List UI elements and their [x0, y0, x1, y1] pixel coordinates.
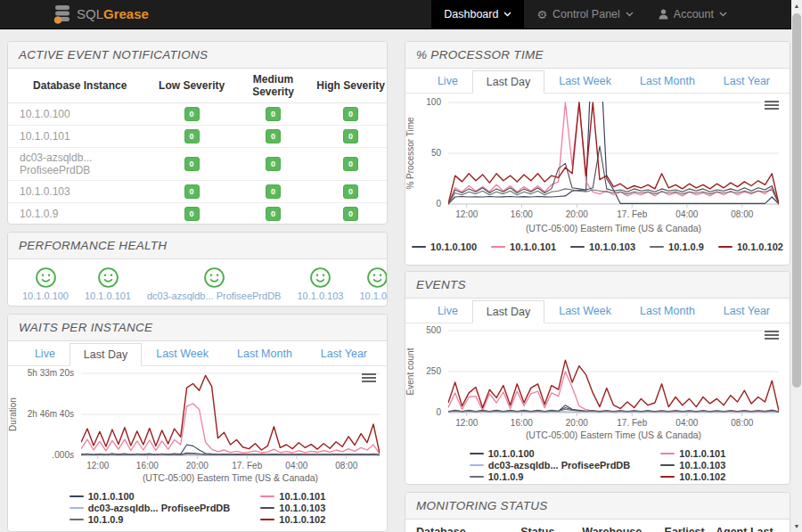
- table-row: 10.1.0.101000: [8, 126, 387, 148]
- severity-count-badge: 0: [343, 107, 358, 121]
- severity-count-badge: 0: [343, 129, 358, 143]
- chart-menu-icon[interactable]: [362, 372, 376, 384]
- svg-text:50: 50: [431, 148, 442, 158]
- events-tabs: LiveLast DayLast WeekLast MonthLast Year: [405, 299, 790, 323]
- panel-title: PERFORMANCE HEALTH: [8, 233, 387, 259]
- scroll-up-arrow[interactable]: ▲: [791, 0, 802, 12]
- legend-swatch: [570, 246, 585, 248]
- page-scrollbar[interactable]: ▲ ▼: [791, 0, 802, 532]
- legend-item[interactable]: 10.1.0.100: [470, 448, 631, 459]
- tab-last-year[interactable]: Last Year: [709, 299, 784, 323]
- health-item: 10.1.0.101: [85, 266, 131, 301]
- health-instance-link[interactable]: 10.1.0.103: [297, 291, 343, 301]
- panel-title: % PROCESSOR TIME: [405, 42, 790, 69]
- waits-tabs: LiveLast DayLast WeekLast MonthLast Year: [8, 341, 387, 366]
- legend-swatch: [470, 476, 484, 478]
- instance-name: dc03-azsqldb... ProfiseePrdDB: [8, 148, 152, 181]
- chevron-down-icon: [626, 12, 634, 17]
- tab-last-year[interactable]: Last Year: [709, 70, 784, 93]
- legend-item[interactable]: 10.1.0.9: [70, 514, 231, 525]
- severity-count-badge: 0: [184, 107, 200, 121]
- legend-swatch: [660, 476, 675, 478]
- legend-item[interactable]: 10.1.0.100: [70, 491, 231, 502]
- happy-face-icon: [35, 266, 57, 289]
- tab-last-year[interactable]: Last Year: [307, 342, 381, 365]
- gear-icon: ⚙: [536, 9, 547, 20]
- monitoring-columns: Database InstanceStatusWarehouse %SpaceE…: [405, 520, 790, 532]
- severity-count-badge: 0: [266, 184, 281, 199]
- health-instance-link[interactable]: 10.1.0.101: [85, 291, 131, 301]
- tab-last-month[interactable]: Last Month: [626, 299, 709, 323]
- tab-live[interactable]: Live: [423, 70, 472, 93]
- col-database-instance: Database Instance: [8, 69, 152, 103]
- legend-item[interactable]: 10.1.0.9: [650, 241, 704, 252]
- svg-text:16:00: 16:00: [511, 418, 533, 428]
- svg-text:500: 500: [426, 325, 441, 335]
- scrollbar-thumb[interactable]: [792, 13, 801, 388]
- nav-dashboard[interactable]: Dashboard: [431, 0, 524, 29]
- severity-count-badge: 0: [184, 129, 200, 143]
- tab-live[interactable]: Live: [423, 299, 472, 323]
- svg-text:250: 250: [426, 366, 441, 376]
- panel-performance-health: PERFORMANCE HEALTH 10.1.0.100 10.1.0.101…: [7, 232, 388, 307]
- logo-text-grease: Grease: [103, 6, 149, 21]
- legend-item[interactable]: 10.1.0.101: [491, 241, 556, 252]
- severity-count-badge: 0: [266, 207, 281, 221]
- nav-account[interactable]: Account: [646, 0, 740, 29]
- health-item: dc03-azsqldb... ProfiseePrdDB: [147, 266, 281, 301]
- legend-item[interactable]: 10.1.0.103: [260, 503, 325, 513]
- chevron-down-icon: [503, 12, 511, 17]
- legend-item[interactable]: 10.1.0.101: [660, 448, 725, 459]
- tab-last-week[interactable]: Last Week: [544, 299, 626, 323]
- tab-last-month[interactable]: Last Month: [223, 342, 307, 365]
- svg-text:20:00: 20:00: [566, 418, 588, 428]
- health-instance-link[interactable]: 10.1.0.100: [22, 291, 69, 301]
- legend-item[interactable]: 10.1.0.102: [260, 514, 325, 525]
- panel-title: ACTIVE EVENT NOTIFICATIONS: [8, 42, 387, 69]
- chart-menu-icon[interactable]: [765, 329, 779, 341]
- tab-last-day[interactable]: Last Day: [70, 343, 142, 366]
- instance-name: 10.1.0.100: [8, 103, 152, 126]
- legend-item[interactable]: dc03-azsqldb... ProfiseePrdDB: [70, 503, 231, 513]
- table-row: dc03-azsqldb... ProfiseePrdDB000: [8, 148, 387, 181]
- chart-menu-icon[interactable]: [765, 99, 779, 111]
- tab-last-week[interactable]: Last Week: [142, 342, 223, 365]
- svg-text:04:00: 04:00: [675, 418, 698, 428]
- svg-text:Duration: Duration: [8, 397, 18, 431]
- svg-text:0: 0: [436, 199, 441, 209]
- panel-title: MONITORING STATUS: [405, 493, 790, 520]
- waits-chart: .000s2h 46m 40s5h 33m 20s12:0016:0020:00…: [8, 366, 387, 484]
- top-navbar: SQLGrease Dashboard ⚙ Control Panel Acco…: [0, 0, 791, 29]
- happy-face-icon: [366, 266, 388, 289]
- tab-last-month[interactable]: Last Month: [626, 70, 709, 93]
- nav-control-panel[interactable]: ⚙ Control Panel: [524, 0, 645, 29]
- events-chart-area: 025050012:0016:0020:0017. Feb04:0008:00(…: [405, 323, 790, 445]
- panel-title: WAITS PER INSTANCE: [8, 315, 387, 341]
- legend-item[interactable]: 10.1.0.102: [660, 471, 725, 482]
- tab-last-day[interactable]: Last Day: [472, 70, 544, 94]
- severity-count-badge: 0: [184, 207, 200, 221]
- monitoring-column-header: Database Instance: [416, 526, 511, 532]
- chevron-down-icon: [719, 12, 727, 17]
- legend-item[interactable]: dc03-azsqldb... ProfiseePrdDB: [470, 460, 631, 471]
- svg-text:17. Feb: 17. Feb: [617, 209, 647, 219]
- legend-item[interactable]: 10.1.0.102: [718, 241, 783, 252]
- legend-item[interactable]: 10.1.0.103: [570, 241, 635, 252]
- health-instance-link[interactable]: 10.1.0.9: [359, 291, 388, 301]
- waits-chart-area: .000s2h 46m 40s5h 33m 20s12:0016:0020:00…: [8, 366, 387, 487]
- sqlgrease-logo[interactable]: SQLGrease: [53, 4, 149, 24]
- tab-live[interactable]: Live: [20, 342, 70, 365]
- tab-last-week[interactable]: Last Week: [544, 70, 626, 93]
- scroll-down-arrow[interactable]: ▼: [791, 520, 802, 532]
- nav-control-panel-label: Control Panel: [552, 8, 620, 20]
- legend-item[interactable]: 10.1.0.9: [470, 471, 631, 482]
- legend-item[interactable]: 10.1.0.103: [660, 460, 725, 471]
- legend-item[interactable]: 10.1.0.101: [260, 491, 325, 502]
- svg-text:2h 46m 40s: 2h 46m 40s: [28, 409, 74, 419]
- legend-item[interactable]: 10.1.0.100: [412, 241, 477, 252]
- panel-active-event-notifications: ACTIVE EVENT NOTIFICATIONS Database Inst…: [7, 41, 388, 225]
- tab-last-day[interactable]: Last Day: [472, 300, 544, 323]
- svg-text:% Processor Time: % Processor Time: [405, 117, 415, 190]
- legend-swatch: [70, 507, 84, 509]
- health-instance-link[interactable]: dc03-azsqldb... ProfiseePrdDB: [147, 291, 281, 301]
